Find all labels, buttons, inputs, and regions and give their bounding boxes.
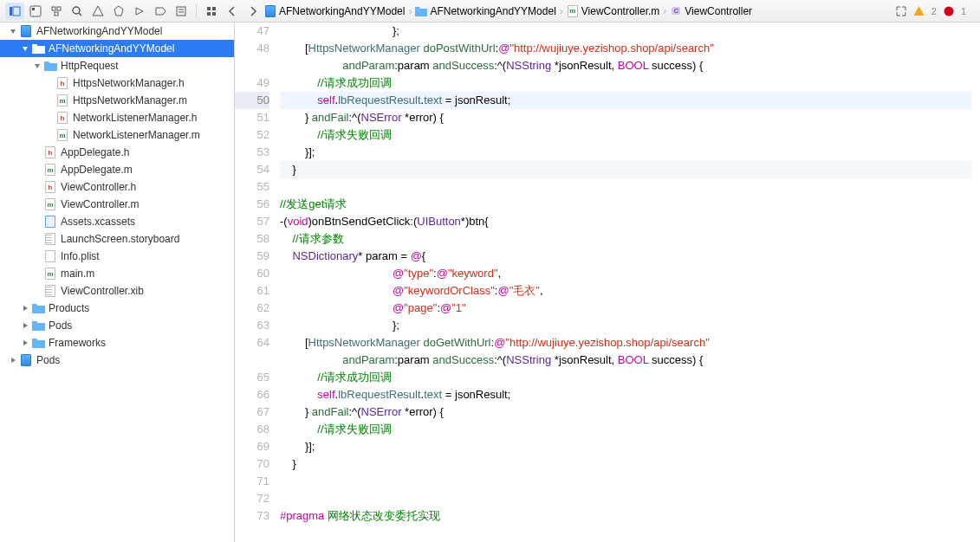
tree-row[interactable]: mHttpsNetworkManager.m [0, 92, 234, 109]
project-navigator-tab[interactable] [5, 3, 24, 20]
line-number-gutter[interactable]: 4748495051525354555657585960616263646566… [235, 23, 280, 542]
code-line[interactable]: }; [280, 317, 971, 334]
line-number[interactable]: 66 [235, 386, 269, 403]
code-line[interactable]: }]; [280, 438, 971, 455]
debug-navigator-tab[interactable] [130, 3, 149, 20]
error-icon[interactable] [944, 6, 954, 16]
code-line[interactable]: [HttpsNetworkManager doPostWithUrl:@"htt… [280, 40, 971, 57]
breadcrumb[interactable]: m ViewController.m [567, 5, 659, 17]
code-line[interactable]: self.lbRequestResult.text = jsonResult; [280, 386, 971, 403]
code-line[interactable]: //请求成功回调 [280, 74, 971, 92]
breadcrumb[interactable]: C ViewController [670, 5, 752, 17]
line-number[interactable]: 64 [235, 334, 269, 352]
line-number[interactable]: 61 [235, 282, 269, 300]
code-line[interactable] [280, 490, 971, 507]
code-line[interactable]: @"type":@"keyword", [280, 265, 971, 282]
breakpoint-navigator-tab[interactable] [151, 3, 170, 20]
line-number[interactable]: 72 [235, 490, 269, 507]
test-navigator-tab[interactable] [109, 3, 128, 20]
line-number[interactable]: 60 [235, 265, 269, 282]
line-number[interactable]: 51 [235, 109, 269, 126]
code-line[interactable]: //请求成功回调 [280, 369, 971, 386]
line-number[interactable]: 65 [235, 369, 269, 386]
tree-row[interactable]: AFNetworkingAndYYModel [0, 23, 234, 40]
line-number[interactable]: 53 [235, 144, 269, 161]
line-number[interactable]: 67 [235, 403, 269, 421]
code-line[interactable]: self.lbRequestResult.text = jsonResult; [280, 92, 971, 109]
line-number[interactable]: 57 [235, 213, 269, 230]
tree-row[interactable]: LaunchScreen.storyboard [0, 230, 234, 248]
report-navigator-tab[interactable] [172, 3, 191, 20]
disclosure-triangle[interactable] [9, 28, 17, 35]
tree-row[interactable]: hViewController.h [0, 178, 234, 196]
disclosure-triangle[interactable] [21, 322, 29, 329]
code-line[interactable] [280, 178, 971, 196]
code-line[interactable]: -(void)onBtnSendGetClick:(UIButton*)btn{ [280, 213, 971, 230]
line-number[interactable]: 49 [235, 74, 269, 92]
line-number[interactable]: 56 [235, 196, 269, 213]
code-line[interactable]: }; [280, 23, 971, 40]
code-line[interactable]: } andFail:^(NSError *error) { [280, 403, 971, 421]
tree-row[interactable]: mmain.m [0, 265, 234, 282]
code-line[interactable]: andParam:param andSuccess:^(NSString *js… [280, 352, 971, 369]
line-number[interactable]: 63 [235, 317, 269, 334]
tree-row[interactable]: Products [0, 300, 234, 317]
code-line[interactable]: @"keywordOrClass":@"毛衣", [280, 282, 971, 300]
code-line[interactable] [280, 473, 971, 490]
line-number[interactable]: 69 [235, 438, 269, 455]
line-number[interactable]: 68 [235, 421, 269, 438]
tree-row[interactable]: HttpRequest [0, 57, 234, 74]
find-navigator-tab[interactable] [68, 3, 87, 20]
line-number[interactable]: 54 [235, 161, 269, 178]
tree-row[interactable]: mAppDelegate.m [0, 161, 234, 178]
nav-forward-button[interactable] [243, 3, 263, 20]
code-line[interactable]: #pragma 网络状态改变委托实现 [280, 507, 971, 525]
related-items-button[interactable] [202, 3, 221, 20]
disclosure-triangle[interactable] [9, 357, 17, 364]
disclosure-triangle[interactable] [21, 45, 29, 52]
line-number[interactable]: 59 [235, 248, 269, 265]
nav-back-button[interactable] [223, 3, 242, 20]
disclosure-triangle[interactable] [21, 305, 29, 312]
tree-row[interactable]: Frameworks [0, 334, 234, 352]
line-number[interactable]: 62 [235, 300, 269, 317]
source-editor[interactable]: 4748495051525354555657585960616263646566… [235, 23, 980, 542]
code-line[interactable]: }]; [280, 144, 971, 161]
warning-icon[interactable] [913, 5, 925, 16]
tree-row[interactable]: hNetworkListenerManager.h [0, 109, 234, 126]
disclosure-triangle[interactable] [21, 339, 29, 346]
tree-row[interactable]: AFNetworkingAndYYModel [0, 40, 234, 57]
tree-row[interactable]: Pods [0, 317, 234, 334]
symbol-navigator-tab[interactable] [47, 3, 66, 20]
line-number[interactable]: 73 [235, 507, 269, 525]
code-line[interactable]: } andFail:^(NSError *error) { [280, 109, 971, 126]
code-line[interactable]: //发送get请求 [280, 196, 971, 213]
code-line[interactable]: NSDictionary* param = @{ [280, 248, 971, 265]
breadcrumb[interactable]: AFNetworkingAndYYModel [415, 5, 555, 17]
line-number[interactable]: 71 [235, 473, 269, 490]
code-line[interactable]: //请求失败回调 [280, 126, 971, 144]
line-number[interactable]: 52 [235, 126, 269, 144]
tree-row[interactable]: Info.plist [0, 248, 234, 265]
code-line[interactable]: //请求失败回调 [280, 421, 971, 438]
code-content[interactable]: }; [HttpsNetworkManager doPostWithUrl:@"… [280, 23, 980, 542]
issue-navigator-tab[interactable] [88, 3, 107, 20]
line-number[interactable]: 50 [235, 92, 269, 109]
breadcrumb[interactable]: AFNetworkingAndYYModel [264, 5, 405, 17]
line-number[interactable]: 55 [235, 178, 269, 196]
line-number[interactable] [235, 57, 269, 74]
tree-row[interactable]: mViewController.m [0, 196, 234, 213]
line-number[interactable]: 70 [235, 455, 269, 473]
line-number[interactable]: 47 [235, 23, 269, 40]
tree-row[interactable]: ViewController.xib [0, 282, 234, 300]
code-line[interactable]: @"page":@"1" [280, 300, 971, 317]
line-number[interactable] [235, 352, 269, 369]
tree-row[interactable]: hAppDelegate.h [0, 144, 234, 161]
tree-row[interactable]: mNetworkListenerManager.m [0, 126, 234, 144]
disclosure-triangle[interactable] [33, 62, 42, 69]
line-number[interactable]: 58 [235, 230, 269, 248]
code-line[interactable]: [HttpsNetworkManager doGetWithUrl:@"http… [280, 334, 971, 352]
code-line[interactable]: andParam:param andSuccess:^(NSString *js… [280, 57, 971, 74]
source-control-navigator-tab[interactable] [26, 3, 45, 20]
line-number[interactable]: 48 [235, 40, 269, 57]
